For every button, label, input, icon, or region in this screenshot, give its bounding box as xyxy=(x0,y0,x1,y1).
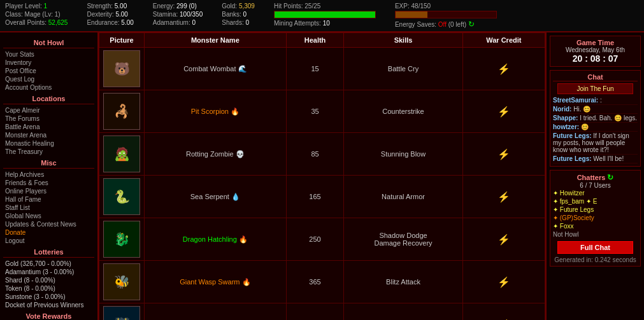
chat-message: Norid: Hi. 😊 xyxy=(553,105,638,114)
mining-value: 10 xyxy=(323,20,330,27)
misc-list: Help ArchivesFriends & FoesOnline Player… xyxy=(3,170,94,245)
gold-section: Gold: 5,309 Banks: 0 Shards: 0 xyxy=(222,3,255,26)
hp-label: Hit Points: 25/25 xyxy=(274,3,376,10)
monster-name: Giant Wasp Swarm 🔥 xyxy=(180,278,250,286)
chatters-title: Chatters ↻ xyxy=(553,173,638,182)
game-time-title: Game Time xyxy=(553,39,638,46)
monster-name-cell[interactable]: Dragon Hatchling 🔥 xyxy=(145,218,287,261)
monster-health: 250 xyxy=(286,218,344,261)
sidebar-location-cape-almeir[interactable]: Cape Almeir xyxy=(3,106,94,115)
lottery-item[interactable]: Docket of Previous Winners xyxy=(3,301,94,309)
monster-war-credit[interactable]: ⚡ xyxy=(462,176,545,218)
monster-war-credit[interactable]: ⚡ xyxy=(462,90,545,133)
sidebar-location-battle-arena[interactable]: Battle Arena xyxy=(3,123,94,131)
table-header-monster-name: Monster Name xyxy=(145,33,287,48)
monster-skills: Blitz Attack xyxy=(344,261,462,303)
refresh-icon[interactable]: ↻ xyxy=(468,20,475,29)
monster-war-credit[interactable]: ⚡ xyxy=(462,261,545,303)
monster-image-cell: 🐻 xyxy=(99,48,145,90)
lottery-item[interactable]: Gold (326,700 - 0.00%) xyxy=(3,260,94,268)
chatter-item[interactable]: ✦ Future Legs xyxy=(553,205,638,214)
main-layout: Not Howl Your StatsInventoryPost OfficeQ… xyxy=(0,32,644,320)
exp-section: EXP: 48/150 Energy Saves: Off (0 left) ↻ xyxy=(395,3,497,29)
lotteries-title: Lotteries xyxy=(3,248,94,258)
monster-icon: 🐉 xyxy=(103,221,140,258)
lottery-item[interactable]: Sunstone (3 - 0.00%) xyxy=(3,293,94,301)
table-row[interactable]: 🐻Combat Wombat 🌊15Battle Cry⚡ xyxy=(99,48,545,90)
lottery-item[interactable]: Token (8 - 0.00%) xyxy=(3,284,94,293)
sidebar-location-the-treasury[interactable]: The Treasury xyxy=(3,148,94,156)
sidebar-nav-account-options[interactable]: Account Options xyxy=(3,83,94,92)
monster-health: 85 xyxy=(286,133,344,176)
monster-name-cell[interactable]: Pit Scorpion 🔥 xyxy=(145,90,287,133)
stamina-label: Stamina: 100/350 xyxy=(153,11,203,18)
monster-health: 35 xyxy=(286,90,344,133)
monster-name-cell[interactable]: Sea Serpent 💧 xyxy=(145,176,287,218)
table-header-war-credit: War Credit xyxy=(462,33,545,48)
monster-name-cell[interactable]: Giant Wasp Swarm 🔥 xyxy=(145,261,287,303)
table-row[interactable]: 🧟Rotting Zombie 💀85Stunning Blow⚡ xyxy=(99,133,545,176)
game-time-clock: 20 : 08 : 07 xyxy=(553,53,638,64)
table-header-skills: Skills xyxy=(344,33,462,48)
sidebar-misc-friends-&-foes[interactable]: Friends & Foes xyxy=(3,179,94,187)
locations-title: Locations xyxy=(3,95,94,104)
sidebar-location-the-forums[interactable]: The Forums xyxy=(3,115,94,123)
monster-skills: Counterstrike xyxy=(344,90,462,133)
monster-war-credit[interactable]: ⚡ xyxy=(462,133,545,176)
sidebar-nav-your-stats[interactable]: Your Stats xyxy=(3,50,94,59)
energy-saves-label: Energy Saves: Off (0 left) ↻ xyxy=(395,20,497,29)
sidebar-misc-donate[interactable]: Donate xyxy=(3,228,94,237)
monster-skills: Battle Cry xyxy=(344,48,462,90)
monster-skills: Drunken Rage xyxy=(344,303,462,321)
exp-bar xyxy=(395,11,497,18)
dexterity-label: Dexterity: 5.00 xyxy=(87,11,133,18)
sidebar-nav-inventory[interactable]: Inventory xyxy=(3,59,94,67)
chatter-item[interactable]: Not Howl xyxy=(553,230,638,239)
lottery-item[interactable]: Adamantium (3 - 0.00%) xyxy=(3,268,94,276)
monster-war-credit[interactable]: ⚡ xyxy=(462,48,545,90)
monster-image-cell: 🐍 xyxy=(99,176,145,218)
sidebar-misc-global-news[interactable]: Global News xyxy=(3,212,94,220)
sidebar-misc-hall-of-fame[interactable]: Hall of Fame xyxy=(3,195,94,204)
lottery-item[interactable]: Shard (8 - 0.00%) xyxy=(3,276,94,284)
monster-name-cell[interactable]: Ice Troll 💧 xyxy=(145,303,287,321)
war-credit-icon: ⚡ xyxy=(497,191,510,202)
table-row[interactable]: 👹Ice Troll 💧525Drunken Rage⚡ xyxy=(99,303,545,321)
lotteries-list: Gold (326,700 - 0.00%)Adamantium (3 - 0.… xyxy=(3,260,94,309)
chatters-refresh-icon[interactable]: ↻ xyxy=(607,173,613,182)
stats-section: Strength: 5.00 Dexterity: 5.00 Endurance… xyxy=(87,3,133,26)
table-row[interactable]: 🦂Pit Scorpion 🔥35Counterstrike⚡ xyxy=(99,90,545,133)
war-credit-icon: ⚡ xyxy=(497,277,510,288)
sidebar-misc-updates-&-contest-news[interactable]: Updates & Contest News xyxy=(3,220,94,228)
chatter-item[interactable]: ✦ fps_bam ✦ E xyxy=(553,197,638,205)
chat-text: 😊 xyxy=(581,123,589,130)
sidebar-location-monster-arena[interactable]: Monster Arena xyxy=(3,131,94,139)
war-credit-icon: ⚡ xyxy=(497,106,510,117)
monster-icon: 🧟 xyxy=(103,136,140,172)
monster-war-credit[interactable]: ⚡ xyxy=(462,303,545,321)
chatter-item[interactable]: ✦ (GP)Society xyxy=(553,214,638,222)
sidebar-misc-logout[interactable]: Logout xyxy=(3,237,94,245)
sidebar-misc-staff-list[interactable]: Staff List xyxy=(3,204,94,212)
adamantium-value: 0 xyxy=(192,19,196,26)
full-chat-button[interactable]: Full Chat xyxy=(557,241,634,254)
monster-name-cell[interactable]: Rotting Zombie 💀 xyxy=(145,133,287,176)
sidebar-misc-help-archives[interactable]: Help Archives xyxy=(3,170,94,179)
chatter-item[interactable]: ✦ Howitzer xyxy=(553,189,638,197)
monster-name-cell[interactable]: Combat Wombat 🌊 xyxy=(145,48,287,90)
monster-icon: 🦂 xyxy=(103,93,140,130)
sidebar-location-monastic-healing[interactable]: Monastic Healing xyxy=(3,139,94,148)
sidebar-nav-post-office[interactable]: Post Office xyxy=(3,67,94,75)
monster-name: Rotting Zombie 💀 xyxy=(186,150,245,158)
energy-saves-status: Off xyxy=(438,21,447,28)
war-credit-icon: ⚡ xyxy=(497,149,510,160)
sidebar-misc-online-players[interactable]: Online Players xyxy=(3,187,94,195)
table-row[interactable]: 🐍Sea Serpent 💧165Natural Armor⚡ xyxy=(99,176,545,218)
table-row[interactable]: 🐉Dragon Hatchling 🔥250Shadow DodgeDamage… xyxy=(99,218,545,261)
join-fun-button[interactable]: Join The Fun xyxy=(557,83,634,94)
monster-war-credit[interactable]: ⚡ xyxy=(462,218,545,261)
chatter-item[interactable]: ✦ Foxx xyxy=(553,222,638,230)
strength-label: Strength: 5.00 xyxy=(87,3,133,10)
table-row[interactable]: 🐝Giant Wasp Swarm 🔥365Blitz Attack⚡ xyxy=(99,261,545,303)
sidebar-nav-quest-log[interactable]: Quest Log xyxy=(3,75,94,83)
